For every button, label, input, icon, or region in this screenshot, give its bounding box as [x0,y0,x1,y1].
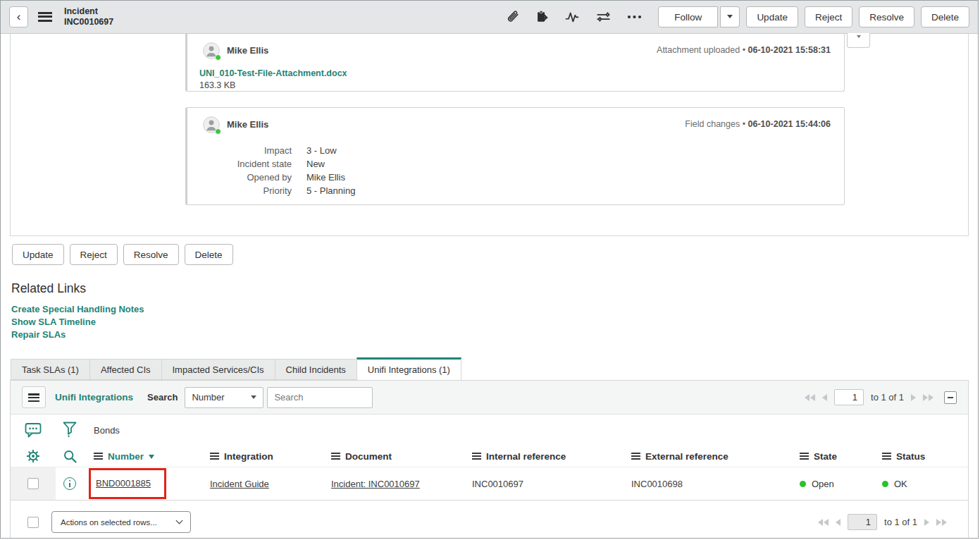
previous-page-icon[interactable] [836,519,841,526]
header-action-buttons: Update Reject Resolve Delete [746,6,969,27]
column-menu-icon [331,453,340,460]
column-header-document[interactable]: Document [321,451,462,462]
cell-document: Incident: INC0010697 [321,479,462,489]
document-link[interactable]: Incident: INC0010697 [331,479,420,489]
last-page-icon[interactable] [936,519,947,526]
column-header-number[interactable]: Number [84,450,200,462]
cell-number: BND0001885 [84,468,200,499]
page-number-input[interactable] [834,389,864,405]
select-all-checkbox[interactable] [27,517,39,528]
next-page-icon[interactable] [924,519,929,526]
field-label: Impact [187,144,292,157]
list-menu-button[interactable] [22,386,46,408]
related-link-show-sla-timeline[interactable]: Show SLA Timeline [11,316,978,329]
chevron-down-icon [857,35,861,40]
page-title: Incident INC0010697 [64,6,113,27]
row-select-cell [11,467,56,500]
activity-user: Mike Ellis [227,45,268,56]
related-links: Create Special Handling Notes Show SLA T… [11,303,978,341]
list-pagination-bottom: to 1 of 1 [818,514,947,530]
field-value: 5 - Planning [306,184,355,197]
last-page-icon[interactable] [923,394,934,401]
more-options-icon[interactable] [626,14,643,20]
search-rows-icon[interactable] [56,446,84,467]
next-page-icon[interactable] [911,394,916,401]
first-page-icon[interactable] [818,519,829,526]
clipboard-export-icon[interactable] [535,9,549,25]
activity-stream-panel: Mike Ellis Attachment uploaded • 06-10-2… [10,34,969,236]
related-list-tabs: Task SLAs (1) Affected CIs Impacted Serv… [11,357,978,380]
search-column-value: Number [192,392,224,403]
list-header-row: Number Integration Document Internal ref… [11,446,968,467]
info-icon[interactable] [56,467,84,500]
delete-button[interactable]: Delete [921,6,969,27]
back-button[interactable]: ‹ [9,6,28,27]
previous-page-icon[interactable] [822,394,827,401]
resolve-button[interactable]: Resolve [859,6,914,27]
column-header-external-reference[interactable]: External reference [621,451,790,462]
field-changes-list: Impact3 - Low Incident stateNew Opened b… [187,144,844,197]
field-value: 3 - Low [306,144,337,157]
list-pagination-top: to 1 of 1 [805,389,934,405]
update-button[interactable]: Update [746,6,798,27]
column-header-internal-reference[interactable]: Internal reference [462,451,621,462]
delete-button[interactable]: Delete [185,244,233,265]
gear-icon[interactable] [11,446,56,467]
collapsed-toolbar-button[interactable] [847,33,870,48]
update-button[interactable]: Update [12,244,64,265]
activity-meta: Attachment uploaded • 06-10-2021 15:58:3… [657,45,831,55]
column-header-state[interactable]: State [790,451,872,462]
integration-link[interactable]: Incident Guide [210,479,269,489]
tab-task-slas[interactable]: Task SLAs (1) [11,359,90,380]
search-input[interactable] [267,387,373,408]
column-menu-icon [631,453,640,460]
activity-stream-icon[interactable] [564,9,581,25]
first-page-icon[interactable] [805,394,815,401]
chevron-down-icon [176,517,183,524]
activity-timestamp: 06-10-2021 15:44:06 [748,119,831,129]
list-title[interactable]: Unifi Integrations [55,392,133,403]
record-number: INC0010697 [64,17,113,27]
search-column-select[interactable]: Number [185,387,263,408]
avatar [203,116,220,133]
column-header-integration[interactable]: Integration [200,451,321,462]
column-menu-icon [882,453,891,460]
tab-child-incidents[interactable]: Child Incidents [275,359,357,380]
collapse-list-button[interactable] [944,391,957,404]
reject-button[interactable]: Reject [805,6,852,27]
personalize-icon[interactable] [595,9,612,25]
activity-action: Attachment uploaded [657,45,740,55]
field-label: Incident state [187,157,292,171]
resolve-button[interactable]: Resolve [123,244,179,265]
context-menu-icon[interactable] [38,12,52,22]
tab-impacted-services-cis[interactable]: Impacted Services/CIs [161,359,275,380]
related-link-repair-slas[interactable]: Repair SLAs [11,329,978,341]
follow-button[interactable]: Follow [658,6,718,27]
follow-dropdown-button[interactable] [720,6,740,27]
status-green-dot [882,481,888,487]
actions-select[interactable]: Actions on selected rows... [51,511,191,533]
tab-unifi-integrations[interactable]: Unifi Integrations (1) [356,357,461,381]
related-link-create-special-handling-notes[interactable]: Create Special Handling Notes [11,303,978,316]
page-number-input[interactable] [848,514,877,530]
column-header-status[interactable]: Status [872,451,968,462]
cell-external-reference: INC0010698 [621,479,790,489]
list-toolbar: Unifi Integrations Search Number to 1 of… [11,381,968,415]
meta-separator: • [743,45,745,55]
activity-entry-field-changes: Mike Ellis Field changes • 06-10-2021 15… [185,107,845,205]
bond-number-link[interactable]: BND0001885 [96,478,151,489]
form-header: ‹ Incident INC0010697 Follow [1,1,978,34]
column-menu-icon [472,453,481,460]
attachment-size: 163.3 KB [199,80,844,90]
attachment-link[interactable]: UNI_010-Test-File-Attachment.docx [199,68,347,78]
filter-funnel-icon[interactable] [56,415,84,446]
comments-bubble-icon[interactable] [11,415,56,446]
header-icon-bar [505,9,643,25]
paperclip-icon[interactable] [505,9,520,25]
activity-timestamp: 06-10-2021 15:58:31 [748,45,831,55]
activity-entry-attachment: Mike Ellis Attachment uploaded • 06-10-2… [185,34,845,92]
row-checkbox[interactable] [27,478,39,489]
reject-button[interactable]: Reject [70,244,118,265]
tab-affected-cis[interactable]: Affected CIs [89,359,162,380]
cell-integration: Incident Guide [200,479,321,489]
